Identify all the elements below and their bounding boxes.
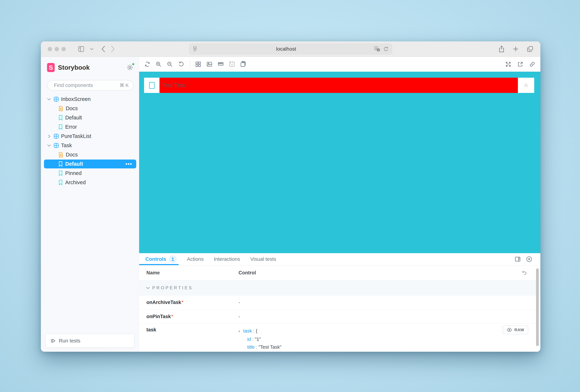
storybook-logo: S bbox=[47, 63, 55, 72]
search-input[interactable] bbox=[54, 82, 120, 88]
prop-name: onPinTask bbox=[146, 314, 171, 319]
table-row: onArchiveTask* - bbox=[139, 295, 540, 310]
browser-window: localhost A x bbox=[41, 41, 540, 352]
new-tab-icon[interactable] bbox=[512, 46, 519, 52]
remount-icon[interactable] bbox=[144, 61, 150, 67]
pin-star-icon[interactable] bbox=[522, 82, 530, 89]
toolbar-divider bbox=[190, 61, 190, 68]
canvas-toolbar bbox=[139, 57, 540, 72]
controls-count-badge: 1 bbox=[169, 255, 177, 263]
table-row-task: task ▾task : { id : "1" title : "Test Ta… bbox=[139, 324, 540, 352]
sidebar-item-inboxscreen-error[interactable]: Error bbox=[41, 122, 139, 132]
json-value[interactable]: "Test Task" bbox=[259, 344, 281, 350]
json-entry[interactable]: state : "TASK_INBOX" bbox=[239, 351, 294, 352]
back-button-icon[interactable] bbox=[101, 46, 105, 52]
reset-zoom-icon[interactable] bbox=[178, 61, 184, 67]
search-box[interactable]: ⌘ K bbox=[47, 80, 134, 91]
forward-button-icon[interactable] bbox=[111, 46, 115, 52]
addon-panel: Controls 1 Actions Interactions Visual t… bbox=[139, 253, 540, 352]
reset-controls-icon[interactable] bbox=[522, 270, 527, 276]
story-bookmark-icon bbox=[58, 124, 63, 130]
prop-control-value: - bbox=[239, 314, 240, 319]
sidebar-item-task[interactable]: Task bbox=[41, 141, 139, 150]
json-root-line[interactable]: ▾task : { bbox=[239, 327, 294, 335]
required-asterisk: * bbox=[182, 300, 184, 305]
chevron-right-icon[interactable] bbox=[47, 134, 51, 138]
reader-view-icon[interactable] bbox=[193, 46, 198, 52]
viewport-icon[interactable] bbox=[240, 61, 246, 67]
tree-label: PureTaskList bbox=[61, 133, 91, 139]
share-icon[interactable] bbox=[498, 45, 505, 53]
url-text[interactable]: localhost bbox=[198, 46, 374, 52]
sidebar-item-puretasklist[interactable]: PureTaskList bbox=[41, 132, 139, 141]
sidebar-item-inboxscreen-default[interactable]: Default bbox=[41, 113, 139, 122]
chevron-down-icon[interactable] bbox=[47, 144, 51, 147]
tab-visual-tests[interactable]: Visual tests bbox=[250, 253, 276, 265]
json-value[interactable]: "1" bbox=[255, 336, 261, 342]
tree-label: InboxScreen bbox=[61, 96, 91, 102]
reload-icon[interactable] bbox=[383, 46, 389, 52]
address-bar[interactable]: localhost A x bbox=[189, 44, 392, 54]
zoom-window-button[interactable] bbox=[62, 47, 66, 51]
fullscreen-icon[interactable] bbox=[505, 61, 511, 67]
raw-toggle-button[interactable]: RAW bbox=[503, 326, 528, 334]
sidebar-item-inboxscreen[interactable]: InboxScreen bbox=[41, 95, 139, 104]
story-canvas bbox=[139, 72, 540, 253]
sidebar-item-inboxscreen-docs[interactable]: Docs bbox=[41, 104, 139, 113]
svg-text:A: A bbox=[375, 47, 377, 50]
properties-section-row[interactable]: PROPERTIES bbox=[139, 280, 540, 295]
titlebar-right-buttons bbox=[498, 45, 534, 53]
collapse-caret-icon[interactable]: ▾ bbox=[239, 328, 243, 335]
task-title-input[interactable] bbox=[159, 82, 518, 89]
story-bookmark-icon bbox=[58, 161, 63, 167]
task-object-editor[interactable]: ▾task : { id : "1" title : "Test Task" s… bbox=[239, 327, 294, 352]
copy-link-icon[interactable] bbox=[529, 61, 535, 67]
component-tree: InboxScreen Docs Default Error Pu bbox=[41, 91, 139, 334]
panel-scrollbar[interactable] bbox=[536, 268, 539, 346]
close-window-button[interactable] bbox=[48, 47, 52, 51]
translate-icon[interactable]: A x bbox=[374, 46, 380, 52]
chevron-down-icon[interactable] bbox=[47, 98, 51, 100]
grid-toggle-icon[interactable] bbox=[195, 61, 201, 67]
svg-text:x: x bbox=[378, 49, 379, 51]
sidebar-item-task-pinned[interactable]: Pinned bbox=[41, 169, 139, 178]
tab-label: Visual tests bbox=[250, 256, 276, 262]
json-sep: : bbox=[251, 336, 255, 342]
sidebar-item-task-archived[interactable]: Archived bbox=[41, 178, 139, 187]
sidebar-item-task-default-selected[interactable]: Default ••• bbox=[44, 160, 136, 168]
prop-control-value: - bbox=[239, 300, 240, 305]
run-tests-button[interactable]: Run tests bbox=[46, 334, 134, 348]
outline-icon[interactable] bbox=[229, 61, 235, 67]
json-entry[interactable]: title : "Test Task" bbox=[239, 343, 294, 351]
tree-label: Pinned bbox=[65, 170, 82, 176]
close-panel-icon[interactable] bbox=[526, 256, 532, 262]
open-new-tab-icon[interactable] bbox=[517, 61, 523, 67]
item-menu-icon[interactable]: ••• bbox=[125, 161, 132, 167]
prop-name: task bbox=[146, 327, 156, 332]
json-key: id bbox=[247, 336, 251, 342]
minimize-window-button[interactable] bbox=[55, 47, 59, 51]
browser-titlebar: localhost A x bbox=[41, 41, 540, 57]
sidebar-toggle-icon[interactable] bbox=[78, 46, 85, 52]
measure-icon[interactable] bbox=[218, 61, 224, 67]
zoom-out-icon[interactable] bbox=[167, 61, 173, 67]
tab-actions[interactable]: Actions bbox=[187, 253, 204, 265]
name-column-header: Name bbox=[139, 270, 239, 276]
tree-label: Archived bbox=[65, 180, 86, 186]
settings-button[interactable] bbox=[126, 64, 134, 71]
prop-name: onArchiveTask bbox=[146, 300, 181, 305]
tab-overview-icon[interactable] bbox=[527, 46, 534, 52]
sidebar-menu-chevron-icon[interactable] bbox=[90, 48, 93, 50]
tab-interactions[interactable]: Interactions bbox=[214, 253, 240, 265]
control-column-header: Control bbox=[239, 270, 256, 276]
sidebar-item-task-docs[interactable]: Docs bbox=[41, 150, 139, 159]
task-component bbox=[144, 78, 534, 93]
controls-table: Name Control PROPERTIES onArchiveTask* - bbox=[139, 265, 540, 352]
panel-position-icon[interactable] bbox=[515, 256, 521, 262]
tab-controls[interactable]: Controls 1 bbox=[145, 253, 177, 265]
task-checkbox[interactable] bbox=[149, 82, 154, 89]
json-entry[interactable]: id : "1" bbox=[239, 335, 294, 343]
notification-dot bbox=[132, 63, 135, 66]
zoom-in-icon[interactable] bbox=[155, 61, 162, 67]
background-icon[interactable] bbox=[206, 61, 213, 67]
